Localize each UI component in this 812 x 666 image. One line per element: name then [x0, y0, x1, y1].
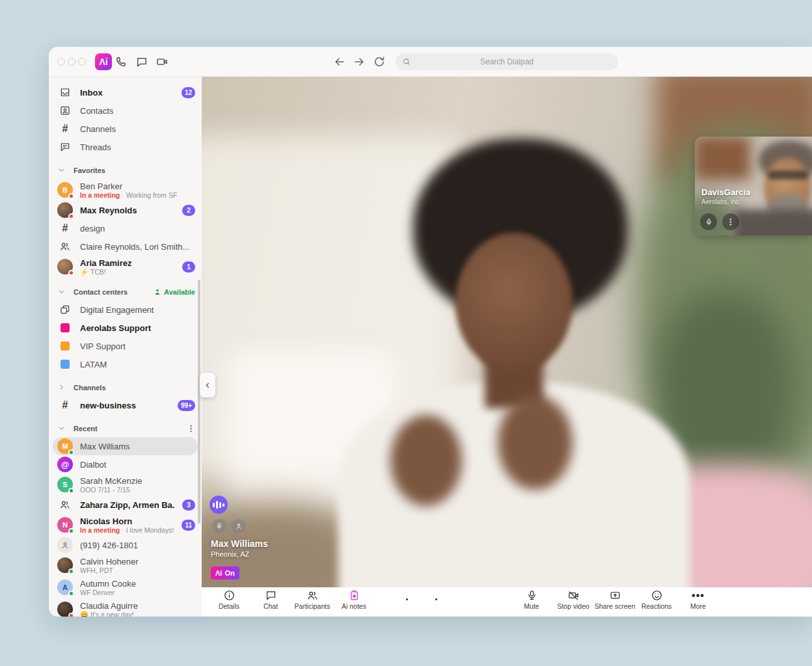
sidebar-item-aerolabs-support[interactable]: Aerolabs Support: [49, 319, 202, 337]
back-icon[interactable]: [333, 55, 346, 68]
unread-badge: 99+: [178, 400, 195, 411]
chat-button[interactable]: Chat: [250, 589, 291, 610]
sidebar-item-sarah-mckenzie[interactable]: S Sarah McKenzie OOO 7/11 - 7/15: [49, 473, 202, 496]
avatar: N: [57, 517, 73, 533]
sidebar-item-calvin-hohener[interactable]: Calvin Hohener WFH, PDT: [49, 554, 202, 576]
chat-icon[interactable]: [135, 55, 148, 68]
sidebar-item-zahara-group[interactable]: Zahara Zipp, Armen Ba... 3: [49, 496, 202, 514]
participants-button[interactable]: Participants: [291, 589, 333, 610]
avatar: [57, 557, 73, 573]
sidebar-item-ben-parker[interactable]: B Ben Parker In a meeting·Working from S…: [49, 179, 202, 201]
pip-participant-name: DavisGarcia: [701, 187, 750, 197]
unread-badge: 11: [182, 520, 195, 531]
speaking-indicator-icon: [210, 496, 228, 514]
mute-button[interactable]: Mute: [511, 589, 552, 610]
sidebar-item-claudia-aguirre[interactable]: Claudia Aguirre 😄 It's a new day!: [49, 598, 202, 617]
sidebar-item-contacts[interactable]: Contacts: [49, 101, 202, 120]
sidebar-item-phone-919[interactable]: (919) 426-1801: [49, 536, 202, 554]
ai-on-badge[interactable]: Λi On: [211, 566, 239, 579]
sidebar-item-claire-group[interactable]: Claire Reynolds, Lori Smith...: [49, 237, 202, 256]
speaker-name: Max Williams: [211, 539, 268, 549]
video-stage: DavisGarcia Aerolabs, inc. ⋮ Max William…: [202, 77, 812, 617]
share-screen-button[interactable]: Share screen: [594, 589, 636, 610]
digital-engagement-icon: [57, 302, 73, 317]
avatar: [57, 259, 73, 274]
sidebar-item-threads[interactable]: Threads: [49, 138, 202, 156]
sidebar-item-new-business[interactable]: # new-business 99+: [49, 396, 202, 414]
refresh-icon[interactable]: [373, 55, 386, 68]
search-input[interactable]: [396, 53, 618, 70]
speaker-person-icon: [232, 519, 246, 533]
chevron-left-icon: [204, 382, 211, 389]
group-icon: [57, 239, 73, 254]
participants-icon: [306, 589, 319, 602]
window-topbar: Λi: [49, 47, 812, 77]
traffic-light-close[interactable]: [57, 58, 65, 66]
sidebar-item-nicolas-horn[interactable]: N Nicolas Horn In a meeting·I love Monda…: [49, 514, 202, 536]
hash-icon: #: [57, 397, 73, 413]
forward-icon[interactable]: [353, 55, 366, 68]
sidebar-scrollbar[interactable]: [198, 280, 200, 524]
traffic-light-zoom[interactable]: [78, 58, 86, 66]
hash-icon: #: [57, 220, 73, 236]
pip-more-button[interactable]: ⋮: [722, 213, 739, 230]
avatar: A: [57, 579, 73, 595]
sidebar-item-inbox[interactable]: Inbox 12: [49, 83, 202, 101]
sidebar-item-latam[interactable]: LATAM: [49, 355, 202, 373]
sidebar-item-aria-ramirez[interactable]: Aria Ramirez ⚡ TCB! 1: [49, 256, 202, 278]
sidebar-item-digital-engagement[interactable]: Digital Engagement: [49, 300, 202, 319]
unread-badge: 1: [182, 261, 195, 273]
inbox-icon: [57, 85, 73, 100]
sidebar-item-dialbot[interactable]: @ Dialbot: [49, 455, 202, 473]
person-icon: [57, 537, 73, 553]
sidebar-item-design[interactable]: # design: [49, 219, 202, 237]
sidebar-item-max-williams[interactable]: M Max Williams: [53, 437, 198, 455]
chevron-down-icon: [58, 423, 65, 434]
more-button[interactable]: ••• More: [677, 589, 719, 610]
stop-video-button[interactable]: Stop video: [552, 589, 594, 610]
channels-header[interactable]: Channels: [49, 379, 202, 396]
pip-remote-video[interactable]: DavisGarcia Aerolabs, inc. ⋮: [695, 137, 812, 235]
recent-menu-icon[interactable]: ⋮: [187, 425, 195, 432]
threads-icon: [57, 139, 73, 155]
details-button[interactable]: Details: [208, 589, 250, 610]
unread-badge: 2: [182, 205, 195, 216]
chat-bubble-icon: [265, 589, 277, 602]
avatar: B: [57, 182, 73, 198]
unread-badge: 3: [182, 500, 195, 511]
favorites-header[interactable]: Favorites: [49, 162, 202, 179]
reactions-button[interactable]: Reactions: [636, 589, 677, 610]
mic-icon: [705, 218, 713, 226]
app-window: Λi Inbox 12 Cont: [49, 47, 812, 617]
availability-status[interactable]: Available: [154, 288, 195, 296]
more-dots-icon: •••: [692, 589, 705, 602]
dialpad-ai-logo: Λi: [95, 53, 112, 70]
speaker-location: Pheonix, AZ: [211, 550, 249, 558]
avatar: M: [57, 438, 73, 454]
contact-centers-header[interactable]: Contact centers Available: [49, 284, 202, 300]
ai-notes-button[interactable]: Ai notes: [333, 589, 375, 610]
traffic-light-minimize[interactable]: [68, 58, 75, 66]
ai-notes-icon: [348, 589, 360, 602]
sidebar-collapse-handle[interactable]: [200, 373, 215, 397]
sidebar-item-max-reynolds[interactable]: Max Reynolds 2: [49, 201, 202, 219]
video-icon[interactable]: [156, 55, 169, 68]
toolbar-dot: [435, 598, 437, 600]
phone-icon[interactable]: [115, 55, 128, 68]
chevron-right-icon: [58, 382, 65, 393]
queue-color-swatch: [57, 356, 73, 372]
sidebar-item-vip-support[interactable]: VIP Support: [49, 337, 202, 355]
search-bar[interactable]: [396, 53, 618, 70]
chevron-down-icon: [58, 165, 65, 176]
chevron-down-icon: [58, 286, 65, 298]
hash-icon: #: [57, 121, 73, 137]
info-icon: [223, 589, 236, 602]
share-screen-icon: [609, 589, 621, 602]
recent-header[interactable]: Recent ⋮: [49, 420, 202, 437]
inbox-badge: 12: [182, 87, 195, 98]
sidebar-item-channels[interactable]: # Channels: [49, 120, 202, 138]
sidebar-item-autumn-cooke[interactable]: A Autumn Cooke WF Denver: [49, 576, 202, 598]
contacts-icon: [57, 103, 73, 118]
queue-color-swatch: [57, 320, 73, 336]
pip-mute-button[interactable]: [700, 213, 717, 230]
